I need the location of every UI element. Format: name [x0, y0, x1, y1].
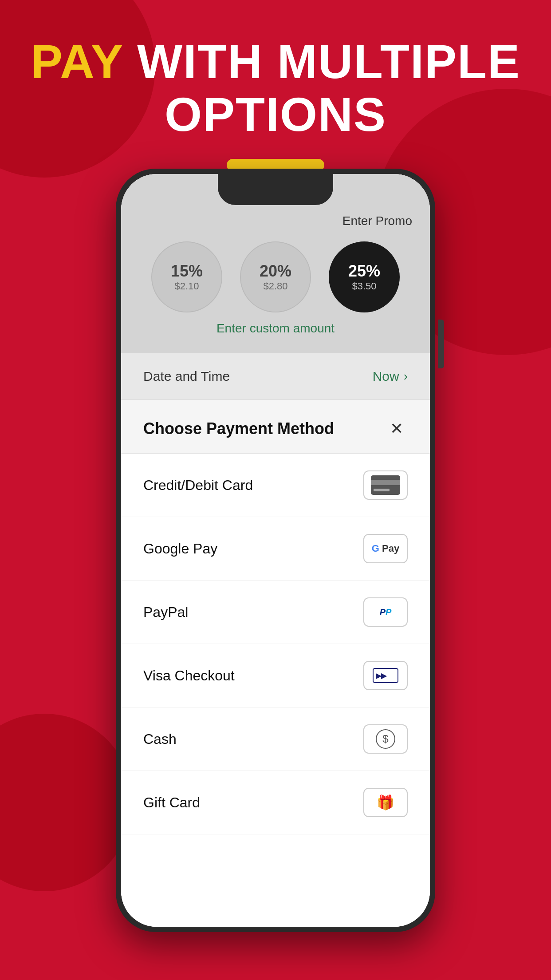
main-headline: PAY WITH MULTIPLE OPTIONS	[0, 36, 551, 141]
tip-15-percent: 15%	[171, 262, 203, 281]
google-pay-icon-wrapper: G Pay	[363, 534, 408, 563]
tip-15-amount: $2.10	[174, 281, 199, 292]
payment-method-cash[interactable]: Cash $	[121, 707, 430, 771]
phone-screen: Enter Promo 15% $2.10 20% $2.80 25%	[121, 174, 430, 927]
svg-text:▶▶: ▶▶	[376, 672, 387, 680]
tip-option-25[interactable]: 25% $3.50	[329, 241, 400, 312]
headline-line2: OPTIONS	[165, 87, 386, 141]
tip-circles-container: 15% $2.10 20% $2.80 25% $3.50	[139, 241, 412, 312]
paypal-icon-wrapper: PP	[363, 597, 408, 627]
phone-notch	[218, 174, 333, 205]
payment-sheet-title: Choose Payment Method	[143, 419, 334, 438]
visa-checkout-icon: ▶▶	[372, 668, 399, 684]
visa-icon-wrapper: ▶▶	[363, 661, 408, 690]
visa-label: Visa Checkout	[143, 668, 235, 684]
credit-card-label: Credit/Debit Card	[143, 477, 253, 494]
headline-rest: WITH MULTIPLE	[123, 35, 520, 88]
gift-card-label: Gift Card	[143, 794, 200, 811]
tip-option-15[interactable]: 15% $2.10	[151, 241, 222, 312]
google-pay-label: Google Pay	[143, 541, 217, 557]
header-section: PAY WITH MULTIPLE OPTIONS	[0, 36, 551, 171]
credit-card-icon-wrapper	[363, 470, 408, 500]
pay-word: PAY	[31, 35, 123, 88]
google-pay-icon: G Pay	[372, 543, 399, 554]
payment-method-paypal[interactable]: PayPal PP	[121, 581, 430, 644]
gift-card-icon-wrapper: 🎁	[363, 788, 408, 817]
tip-option-20[interactable]: 20% $2.80	[240, 241, 311, 312]
paypal-label: PayPal	[143, 604, 188, 620]
top-bar: Enter Promo	[139, 214, 412, 228]
tip-20-percent: 20%	[260, 262, 291, 281]
cash-icon: $	[376, 729, 395, 749]
payment-method-credit-card[interactable]: Credit/Debit Card	[121, 454, 430, 517]
custom-amount-button[interactable]: Enter custom amount	[139, 321, 412, 336]
datetime-row[interactable]: Date and Time Now ›	[121, 353, 430, 400]
phone-mockup: Enter Promo 15% $2.10 20% $2.80 25%	[116, 169, 435, 932]
payment-sheet-header: Choose Payment Method ✕	[121, 400, 430, 454]
svg-rect-1	[371, 480, 400, 485]
credit-card-icon	[370, 474, 401, 496]
bg-decoration-3	[0, 714, 133, 891]
tip-25-amount: $3.50	[352, 281, 376, 292]
screen-content: Enter Promo 15% $2.10 20% $2.80 25%	[121, 174, 430, 927]
cash-label: Cash	[143, 731, 177, 747]
close-icon: ✕	[390, 419, 403, 438]
phone-frame: Enter Promo 15% $2.10 20% $2.80 25%	[116, 169, 435, 932]
chevron-right-icon: ›	[404, 369, 408, 383]
gift-card-icon: 🎁	[377, 794, 394, 811]
paypal-icon: PP	[380, 607, 392, 617]
payment-method-gift-card[interactable]: Gift Card 🎁	[121, 771, 430, 834]
svg-rect-2	[374, 489, 390, 491]
payment-sheet: Choose Payment Method ✕ Credit/Debit Car…	[121, 400, 430, 927]
phone-side-button	[438, 320, 444, 368]
tip-20-amount: $2.80	[263, 281, 287, 292]
payment-method-visa[interactable]: Visa Checkout ▶▶	[121, 644, 430, 707]
datetime-value: Now ›	[373, 369, 408, 384]
payment-sheet-close-button[interactable]: ✕	[386, 418, 408, 440]
datetime-label: Date and Time	[143, 369, 230, 384]
cash-icon-wrapper: $	[363, 724, 408, 754]
payment-method-google-pay[interactable]: Google Pay G Pay	[121, 517, 430, 581]
tip-25-percent: 25%	[348, 262, 380, 281]
enter-promo-button[interactable]: Enter Promo	[342, 214, 412, 228]
datetime-now-text: Now	[373, 369, 399, 384]
payment-methods-list: Credit/Debit Card Google	[121, 454, 430, 834]
